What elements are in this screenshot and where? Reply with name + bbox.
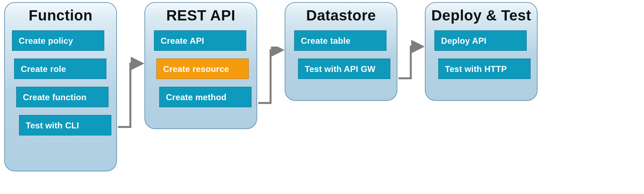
stage-datastore: Datastore Create table Test with API GW [285, 2, 397, 101]
arrow-restapi-to-datastore [257, 47, 285, 110]
arrow-datastore-to-deploy [397, 40, 426, 89]
stage-function: Function Create policy Create role Creat… [4, 2, 117, 171]
step-create-function: Create function [16, 87, 109, 107]
arrow-function-to-restapi [117, 53, 145, 131]
stage-rest-api: REST API Create API Create resource Crea… [144, 2, 257, 129]
stage-title: Function [5, 7, 116, 24]
step-create-api: Create API [154, 30, 246, 51]
step-test-with-cli: Test with CLI [19, 115, 111, 135]
step-create-table: Create table [294, 30, 386, 51]
step-deploy-api: Deploy API [434, 30, 527, 51]
step-test-with-http: Test with HTTP [438, 59, 531, 79]
stage-title: REST API [145, 7, 256, 24]
stage-title: Deploy & Test [426, 7, 537, 24]
step-create-policy: Create policy [12, 30, 104, 51]
step-test-with-api-gw: Test with API GW [298, 59, 390, 79]
stage-title: Datastore [285, 7, 397, 24]
step-create-method: Create method [159, 87, 252, 107]
workflow-diagram: Function Create policy Create role Creat… [0, 0, 644, 194]
step-create-role: Create role [14, 59, 106, 79]
stage-deploy-test: Deploy & Test Deploy API Test with HTTP [425, 2, 538, 101]
step-create-resource: Create resource [156, 59, 249, 79]
